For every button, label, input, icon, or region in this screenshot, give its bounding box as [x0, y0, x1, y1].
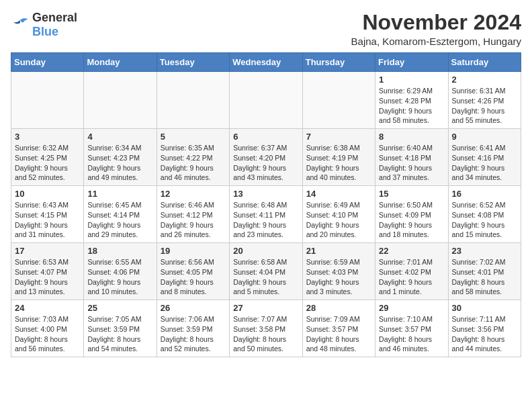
day-number: 26: [161, 303, 226, 313]
calendar-week-row: 24Sunrise: 7:03 AM Sunset: 4:00 PM Dayli…: [11, 300, 521, 357]
header-sunday: Sunday: [11, 53, 84, 72]
day-number: 30: [452, 303, 517, 313]
day-info: Sunrise: 6:31 AM Sunset: 4:26 PM Dayligh…: [452, 86, 517, 126]
calendar-cell: 6Sunrise: 6:37 AM Sunset: 4:20 PM Daylig…: [230, 129, 302, 186]
calendar-cell: [84, 72, 157, 129]
header-saturday: Saturday: [448, 53, 521, 72]
page-header: General Blue November 2024 Bajna, Komaro…: [11, 11, 521, 47]
day-info: Sunrise: 6:32 AM Sunset: 4:25 PM Dayligh…: [15, 143, 80, 183]
day-info: Sunrise: 7:01 AM Sunset: 4:02 PM Dayligh…: [379, 257, 444, 297]
calendar-cell: [230, 72, 302, 129]
calendar-cell: 4Sunrise: 6:34 AM Sunset: 4:23 PM Daylig…: [84, 129, 157, 186]
calendar-cell: 18Sunrise: 6:55 AM Sunset: 4:06 PM Dayli…: [84, 243, 157, 300]
calendar-cell: 27Sunrise: 7:07 AM Sunset: 3:58 PM Dayli…: [230, 300, 302, 357]
calendar-cell: 21Sunrise: 6:59 AM Sunset: 4:03 PM Dayli…: [302, 243, 375, 300]
day-info: Sunrise: 6:41 AM Sunset: 4:16 PM Dayligh…: [452, 143, 517, 183]
calendar-cell: [11, 72, 84, 129]
logo: General Blue: [11, 11, 77, 39]
day-number: 15: [379, 189, 444, 199]
day-info: Sunrise: 6:55 AM Sunset: 4:06 PM Dayligh…: [87, 257, 152, 297]
calendar-cell: 12Sunrise: 6:46 AM Sunset: 4:12 PM Dayli…: [157, 186, 229, 243]
logo-bird-icon: [11, 17, 30, 32]
logo-text: General Blue: [32, 11, 77, 39]
day-info: Sunrise: 7:10 AM Sunset: 3:57 PM Dayligh…: [379, 314, 444, 354]
day-number: 7: [306, 132, 371, 142]
calendar-week-row: 3Sunrise: 6:32 AM Sunset: 4:25 PM Daylig…: [11, 129, 521, 186]
calendar-cell: 3Sunrise: 6:32 AM Sunset: 4:25 PM Daylig…: [11, 129, 84, 186]
day-info: Sunrise: 6:58 AM Sunset: 4:04 PM Dayligh…: [233, 257, 298, 297]
calendar-cell: 14Sunrise: 6:49 AM Sunset: 4:10 PM Dayli…: [302, 186, 375, 243]
day-info: Sunrise: 6:56 AM Sunset: 4:05 PM Dayligh…: [161, 257, 226, 297]
day-number: 5: [161, 132, 226, 142]
day-info: Sunrise: 6:43 AM Sunset: 4:15 PM Dayligh…: [15, 200, 80, 240]
day-number: 25: [87, 303, 152, 313]
calendar-cell: 23Sunrise: 7:02 AM Sunset: 4:01 PM Dayli…: [448, 243, 521, 300]
calendar-week-row: 10Sunrise: 6:43 AM Sunset: 4:15 PM Dayli…: [11, 186, 521, 243]
header-thursday: Thursday: [302, 53, 375, 72]
calendar-cell: 10Sunrise: 6:43 AM Sunset: 4:15 PM Dayli…: [11, 186, 84, 243]
logo-general: General: [32, 11, 77, 24]
calendar-cell: 7Sunrise: 6:38 AM Sunset: 4:19 PM Daylig…: [302, 129, 375, 186]
calendar-cell: 5Sunrise: 6:35 AM Sunset: 4:22 PM Daylig…: [157, 129, 229, 186]
location-title: Bajna, Komarom-Esztergom, Hungary: [351, 36, 521, 47]
day-number: 9: [452, 132, 517, 142]
day-number: 23: [452, 246, 517, 256]
header-tuesday: Tuesday: [157, 53, 229, 72]
day-info: Sunrise: 7:09 AM Sunset: 3:57 PM Dayligh…: [306, 314, 371, 354]
day-number: 16: [452, 189, 517, 199]
day-info: Sunrise: 6:37 AM Sunset: 4:20 PM Dayligh…: [233, 143, 298, 183]
day-number: 29: [379, 303, 444, 313]
day-info: Sunrise: 6:50 AM Sunset: 4:09 PM Dayligh…: [379, 200, 444, 240]
day-number: 2: [452, 75, 517, 85]
calendar-cell: 11Sunrise: 6:45 AM Sunset: 4:14 PM Dayli…: [84, 186, 157, 243]
day-info: Sunrise: 6:29 AM Sunset: 4:28 PM Dayligh…: [379, 86, 444, 126]
day-number: 10: [15, 189, 80, 199]
day-info: Sunrise: 6:53 AM Sunset: 4:07 PM Dayligh…: [15, 257, 80, 297]
day-number: 17: [15, 246, 80, 256]
calendar-week-row: 1Sunrise: 6:29 AM Sunset: 4:28 PM Daylig…: [11, 72, 521, 129]
day-info: Sunrise: 6:59 AM Sunset: 4:03 PM Dayligh…: [306, 257, 371, 297]
month-title: November 2024: [351, 11, 521, 34]
day-info: Sunrise: 6:45 AM Sunset: 4:14 PM Dayligh…: [87, 200, 152, 240]
title-area: November 2024 Bajna, Komarom-Esztergom, …: [351, 11, 521, 47]
day-info: Sunrise: 7:07 AM Sunset: 3:58 PM Dayligh…: [233, 314, 298, 354]
day-number: 14: [306, 189, 371, 199]
calendar-week-row: 17Sunrise: 6:53 AM Sunset: 4:07 PM Dayli…: [11, 243, 521, 300]
calendar-cell: 30Sunrise: 7:11 AM Sunset: 3:56 PM Dayli…: [448, 300, 521, 357]
day-number: 21: [306, 246, 371, 256]
day-number: 19: [161, 246, 226, 256]
day-info: Sunrise: 6:48 AM Sunset: 4:11 PM Dayligh…: [233, 200, 298, 240]
calendar-header-row: SundayMondayTuesdayWednesdayThursdayFrid…: [11, 53, 521, 72]
day-number: 3: [15, 132, 80, 142]
calendar-cell: 29Sunrise: 7:10 AM Sunset: 3:57 PM Dayli…: [375, 300, 448, 357]
calendar-cell: 25Sunrise: 7:05 AM Sunset: 3:59 PM Dayli…: [84, 300, 157, 357]
calendar-cell: 17Sunrise: 6:53 AM Sunset: 4:07 PM Dayli…: [11, 243, 84, 300]
logo-blue: Blue: [32, 25, 58, 38]
calendar-cell: 26Sunrise: 7:06 AM Sunset: 3:59 PM Dayli…: [157, 300, 229, 357]
calendar-cell: 19Sunrise: 6:56 AM Sunset: 4:05 PM Dayli…: [157, 243, 229, 300]
day-number: 4: [87, 132, 152, 142]
day-info: Sunrise: 7:06 AM Sunset: 3:59 PM Dayligh…: [161, 314, 226, 354]
day-info: Sunrise: 7:11 AM Sunset: 3:56 PM Dayligh…: [452, 314, 517, 354]
day-number: 20: [233, 246, 298, 256]
day-info: Sunrise: 7:02 AM Sunset: 4:01 PM Dayligh…: [452, 257, 517, 297]
day-number: 24: [15, 303, 80, 313]
calendar-table: SundayMondayTuesdayWednesdayThursdayFrid…: [11, 52, 521, 357]
day-info: Sunrise: 7:03 AM Sunset: 4:00 PM Dayligh…: [15, 314, 80, 354]
calendar-cell: 20Sunrise: 6:58 AM Sunset: 4:04 PM Dayli…: [230, 243, 302, 300]
header-friday: Friday: [375, 53, 448, 72]
calendar-cell: 16Sunrise: 6:52 AM Sunset: 4:08 PM Dayli…: [448, 186, 521, 243]
calendar-cell: 28Sunrise: 7:09 AM Sunset: 3:57 PM Dayli…: [302, 300, 375, 357]
day-number: 11: [87, 189, 152, 199]
calendar-cell: [157, 72, 229, 129]
day-info: Sunrise: 7:05 AM Sunset: 3:59 PM Dayligh…: [87, 314, 152, 354]
day-number: 28: [306, 303, 371, 313]
calendar-cell: 22Sunrise: 7:01 AM Sunset: 4:02 PM Dayli…: [375, 243, 448, 300]
day-number: 18: [87, 246, 152, 256]
day-number: 27: [233, 303, 298, 313]
day-info: Sunrise: 6:46 AM Sunset: 4:12 PM Dayligh…: [161, 200, 226, 240]
header-wednesday: Wednesday: [230, 53, 302, 72]
calendar-cell: 1Sunrise: 6:29 AM Sunset: 4:28 PM Daylig…: [375, 72, 448, 129]
calendar-cell: [302, 72, 375, 129]
day-number: 22: [379, 246, 444, 256]
